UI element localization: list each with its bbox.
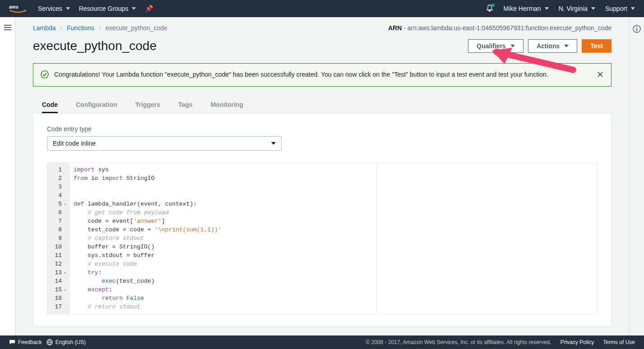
actions-button[interactable]: Actions <box>528 39 577 53</box>
nav-region[interactable]: N. Virginia <box>559 5 595 12</box>
top-nav: aws Services Resource Groups 📌 Mike Herm… <box>0 0 644 17</box>
caret-down-icon <box>66 7 70 10</box>
caret-down-icon <box>591 7 595 10</box>
breadcrumb-lambda[interactable]: Lambda <box>33 24 56 32</box>
info-panel-toggle[interactable] <box>629 17 644 335</box>
alert-close-button[interactable] <box>597 70 604 80</box>
header-row: execute_python_code Qualifiers Actions T… <box>33 39 612 53</box>
nav-right: Mike Herman N. Virginia Support <box>486 5 635 13</box>
tab-triggers[interactable]: Triggers <box>135 97 160 113</box>
svg-point-1 <box>41 71 48 78</box>
info-icon <box>633 25 641 33</box>
code-entry-label: Code entry type <box>47 125 598 133</box>
svg-point-3 <box>636 27 637 28</box>
page-title: execute_python_code <box>33 39 157 53</box>
alert-text: Congratulations! Your Lambda function "e… <box>54 70 591 79</box>
hamburger-icon <box>4 25 11 30</box>
code-editor[interactable]: 12345 ▾678910111213 ▾1415 ▾1617 import s… <box>47 162 598 314</box>
pin-icon[interactable]: 📌 <box>145 5 153 13</box>
nav-user[interactable]: Mike Herman <box>503 5 548 12</box>
notification-dot <box>491 4 495 7</box>
terms-link[interactable]: Terms of Use <box>603 339 635 345</box>
breadcrumb-current: execute_python_code <box>106 24 167 32</box>
editor-gutter: 12345 ▾678910111213 ▾1415 ▾1617 <box>47 163 70 314</box>
tab-monitoring[interactable]: Monitoring <box>211 97 243 113</box>
nav-left: Services Resource Groups 📌 <box>38 5 153 13</box>
success-alert: Congratulations! Your Lambda function "e… <box>33 63 612 87</box>
caret-down-icon <box>631 7 635 10</box>
globe-icon <box>46 339 53 345</box>
language-selector[interactable]: English (US) <box>46 339 86 345</box>
code-entry-select[interactable]: Edit code inline <box>47 136 282 151</box>
svg-rect-4 <box>636 28 637 31</box>
aws-logo[interactable]: aws <box>9 3 27 14</box>
chevron-right-icon: › <box>99 24 101 32</box>
copyright-text: © 2008 - 2017, Amazon Web Services, Inc.… <box>366 339 551 345</box>
sidebar-toggle[interactable] <box>0 17 15 335</box>
caret-down-icon <box>132 7 136 10</box>
editor-code[interactable]: import sysfrom io import StringIOdef lam… <box>70 163 377 314</box>
privacy-link[interactable]: Privacy Policy <box>561 339 594 345</box>
chat-icon <box>9 340 15 345</box>
main-content: Lambda › Functions › execute_python_code… <box>15 17 629 335</box>
feedback-link[interactable]: Feedback <box>9 339 42 345</box>
test-button[interactable]: Test <box>582 39 612 53</box>
select-value: Edit code inline <box>53 140 96 147</box>
arn-display: ARN - arn:aws:lambda:us-east-1:046505967… <box>388 24 612 32</box>
caret-down-icon <box>564 45 569 47</box>
tab-configuration[interactable]: Configuration <box>76 97 117 113</box>
nav-services[interactable]: Services <box>38 5 70 12</box>
code-panel: Code entry type Edit code inline 12345 ▾… <box>33 113 612 326</box>
caret-down-icon <box>545 7 549 10</box>
chevron-right-icon: › <box>60 24 63 32</box>
footer: Feedback English (US) © 2008 - 2017, Ama… <box>0 335 644 349</box>
tab-code[interactable]: Code <box>42 97 58 113</box>
notifications-icon[interactable] <box>486 5 493 13</box>
qualifiers-button[interactable]: Qualifiers <box>468 39 524 53</box>
svg-text:aws: aws <box>9 4 19 9</box>
header-actions: Qualifiers Actions Test <box>468 39 612 53</box>
tabs: Code Configuration Triggers Tags Monitor… <box>33 97 612 113</box>
caret-down-icon <box>271 142 276 145</box>
tab-tags[interactable]: Tags <box>178 97 193 113</box>
check-circle-icon <box>41 70 49 78</box>
nav-support[interactable]: Support <box>605 5 635 12</box>
caret-down-icon <box>510 45 515 47</box>
breadcrumb-functions[interactable]: Functions <box>67 24 94 32</box>
nav-resource-groups[interactable]: Resource Groups <box>79 5 136 12</box>
breadcrumb-row: Lambda › Functions › execute_python_code… <box>33 17 612 36</box>
close-icon <box>598 72 603 77</box>
